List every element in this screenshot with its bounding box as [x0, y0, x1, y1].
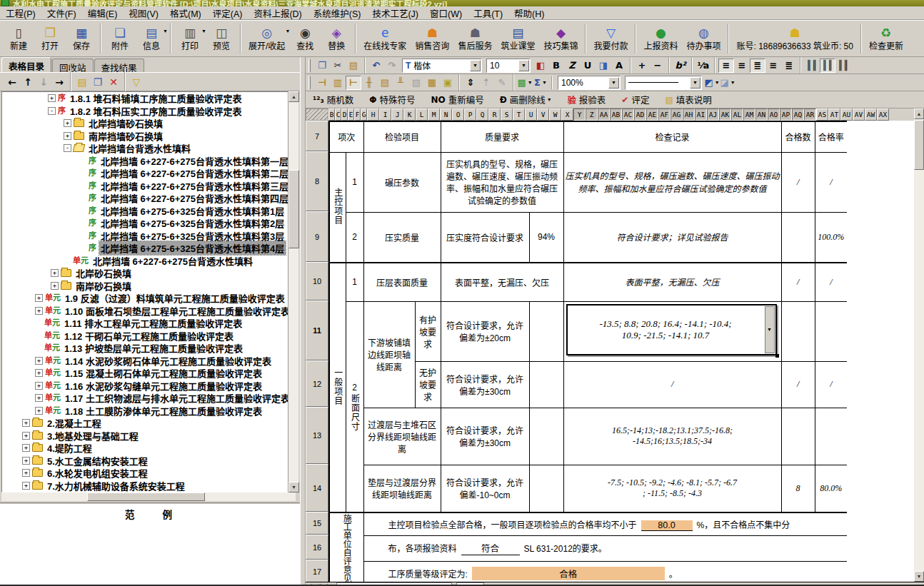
- cell-r12-req[interactable]: 符合设计要求，允许偏差为±30cm: [441, 361, 529, 408]
- column-header[interactable]: Y: [573, 108, 586, 121]
- cell-r8-pass[interactable]: /: [781, 152, 815, 212]
- cell-r10-rate[interactable]: /: [815, 263, 848, 301]
- tree-expander-icon[interactable]: +: [35, 382, 43, 390]
- column-header[interactable]: D: [341, 108, 348, 121]
- column-header[interactable]: AF: [658, 108, 671, 121]
- column-header[interactable]: AC: [622, 108, 634, 121]
- cell-r10-pass[interactable]: /: [781, 263, 815, 301]
- column-header[interactable]: AS: [816, 108, 828, 121]
- table-tool-button[interactable]: ▥ ▼: [330, 76, 346, 90]
- tree-item[interactable]: 北岸挡墙 6+227-6+275台背透水性填料第一层: [2, 155, 295, 168]
- column-header[interactable]: AG: [671, 108, 683, 121]
- column-header[interactable]: V: [537, 108, 549, 121]
- row-header[interactable]: 12: [306, 360, 328, 407]
- cell-r14-rate[interactable]: 80.0%: [815, 465, 848, 512]
- cell-r8-record[interactable]: 压实机具的型号、规格，碾压遍数、碾压速度、碾压振动频率、振幅和加水量应符合碾压试…: [563, 152, 781, 212]
- tree-item[interactable]: + 南岸挡墙砂石换填: [2, 130, 295, 143]
- sidebar-tab[interactable]: 表格目录: [1, 57, 51, 72]
- tree-item[interactable]: + 北岸挡墙砂石换填: [2, 117, 295, 130]
- tree-item[interactable]: 1.11 排水工程单元工程施工质量验收评定表: [2, 317, 295, 330]
- row-header[interactable]: 16: [306, 535, 328, 560]
- cell-r13-pass[interactable]: [781, 408, 815, 465]
- format-button[interactable]: B: [548, 59, 564, 73]
- tree-expander-icon[interactable]: +: [35, 307, 43, 315]
- tree-expander-icon[interactable]: +: [22, 482, 30, 490]
- menu-item[interactable]: 窗口(W): [424, 6, 468, 21]
- function-button[interactable]: ¹²₃ 随机数 ▼: [308, 93, 358, 107]
- toolbar-button[interactable]: ◍ 待办事项 ▼: [682, 22, 725, 55]
- table-tool-button[interactable]: ▦ ▼: [424, 76, 440, 90]
- line-style-combo[interactable]: ▼: [625, 76, 702, 90]
- column-header[interactable]: J: [391, 108, 403, 121]
- cell-r11-item[interactable]: 下游坡铺填边线距坝轴线距离: [363, 301, 415, 408]
- tree-item[interactable]: + 1.16 水泥砂浆勾缝单元工程施工质量验收评定表: [2, 380, 295, 393]
- column-header[interactable]: C: [335, 108, 341, 121]
- format-button[interactable]: ↷: [384, 59, 400, 73]
- scroll-up-icon[interactable]: ▲: [288, 91, 299, 102]
- cell-dropdown-icon[interactable]: ▼: [765, 306, 775, 353]
- cell-r11-pass[interactable]: [781, 301, 815, 361]
- font-size-combo[interactable]: 10 ▼: [486, 59, 531, 73]
- toolbar-button[interactable]: ◫ 预览 ▼: [206, 22, 237, 55]
- sidebar-tool-button[interactable]: ↑: [20, 74, 36, 90]
- cell-r9-num[interactable]: 2: [346, 212, 363, 263]
- header-xiangci[interactable]: 项次: [329, 121, 363, 152]
- chevron-down-icon[interactable]: ▼: [518, 60, 529, 71]
- toolbar-grip[interactable]: [308, 59, 311, 72]
- cell-r8-rate[interactable]: /: [815, 152, 848, 212]
- border-tool-button[interactable]: ◩ ▼: [704, 76, 720, 90]
- tree-item[interactable]: 1.13 护坡垫层单元工程施工质量验收评定表: [2, 342, 295, 355]
- row-header[interactable]: 8: [306, 151, 328, 211]
- cell-r9-pass[interactable]: [781, 212, 815, 263]
- tree-expander-icon[interactable]: +: [22, 457, 30, 465]
- column-header[interactable]: K: [403, 108, 416, 121]
- tree-item[interactable]: + 4.堤防工程: [2, 442, 295, 455]
- table-tool-button[interactable]: ▤ ▼: [377, 76, 393, 90]
- toolbar-button[interactable]: ▤ 信息 ▼: [136, 22, 167, 55]
- tree-item[interactable]: + 7.水力机械辅助设备系统安装工程: [2, 480, 295, 492]
- cell-r10-record[interactable]: 表面平整，无漏压、欠压: [563, 263, 781, 301]
- column-header[interactable]: L: [416, 108, 428, 121]
- menu-item[interactable]: 视图(V): [123, 6, 164, 21]
- row-header[interactable]: 7: [306, 121, 328, 151]
- tree-item[interactable]: + 1.18 土工膜防渗体单元工程施工质量验收评定表: [2, 405, 295, 418]
- toolbar-button[interactable]: ☗ 账号: 18689636633 筑业币: 50 ▼: [732, 22, 857, 55]
- format-button[interactable]: ║║: [804, 59, 820, 73]
- cell-fill-handle[interactable]: [775, 354, 779, 358]
- tree-vscroll-thumb[interactable]: [288, 170, 299, 248]
- function-button[interactable]: Ð 画删除线 ▼: [495, 93, 557, 107]
- format-button[interactable]: A: [611, 59, 627, 73]
- dropdown-arrow-icon[interactable]: ▼: [542, 80, 547, 85]
- format-button[interactable]: ≣: [750, 59, 765, 73]
- column-header[interactable]: AN: [755, 108, 768, 121]
- sidebar-tool-button[interactable]: ✕: [106, 74, 121, 90]
- tree-item[interactable]: 北岸挡墙 6+227-6+275台背透水性填料第二层: [2, 167, 295, 180]
- format-button[interactable]: ⅟a: [695, 59, 711, 73]
- row-header[interactable]: 10: [306, 262, 328, 300]
- tree-horizontal-scrollbar[interactable]: [1, 492, 296, 501]
- zoom-combo[interactable]: 100% ▼: [558, 76, 621, 90]
- tree-item[interactable]: - 北岸挡墙台背透水性填料: [2, 142, 295, 155]
- dropdown-arrow-icon[interactable]: ▼: [730, 80, 735, 85]
- function-button[interactable]: ▤ 填表说明 ▼: [660, 93, 716, 107]
- menu-item[interactable]: 工具(T): [468, 6, 508, 21]
- sidebar-tool-button[interactable]: ❐: [90, 74, 106, 90]
- conformity-input[interactable]: 符合: [461, 541, 520, 555]
- cell-r13-req2[interactable]: [529, 408, 563, 465]
- tree-item[interactable]: 北岸挡墙 6+275-6+325台背透水性填料第1层: [2, 205, 295, 218]
- tree-expander-icon[interactable]: +: [22, 469, 30, 477]
- active-cell-editor[interactable]: -13.5; 8.8; 20.8; 16.4; -14.1; -10.4; 10…: [566, 304, 777, 355]
- tree-item[interactable]: - 1.8.2 堆石料压实工序施工质量验收评定表: [2, 105, 295, 118]
- format-button[interactable]: U: [580, 59, 596, 73]
- toolbar-button[interactable]: ☗ 售后服务 ▼: [453, 22, 496, 55]
- cell-r9-req[interactable]: 压实度符合设计要求: [441, 212, 529, 263]
- sidebar-tool-button[interactable]: →: [51, 74, 67, 90]
- border-tool-button[interactable]: ◪ ▼: [720, 76, 735, 90]
- cell-r13-item[interactable]: 过渡层与主堆石区分界线距坝轴线距离: [363, 408, 441, 465]
- column-header[interactable]: AB: [610, 108, 622, 121]
- tree-expander-icon[interactable]: +: [35, 394, 43, 402]
- group-general[interactable]: 一般项目: [329, 263, 346, 512]
- row-header[interactable]: 14: [306, 464, 328, 512]
- format-button[interactable]: b²: [673, 59, 688, 73]
- table-tool-button[interactable]: ⊣ ▼: [314, 76, 330, 90]
